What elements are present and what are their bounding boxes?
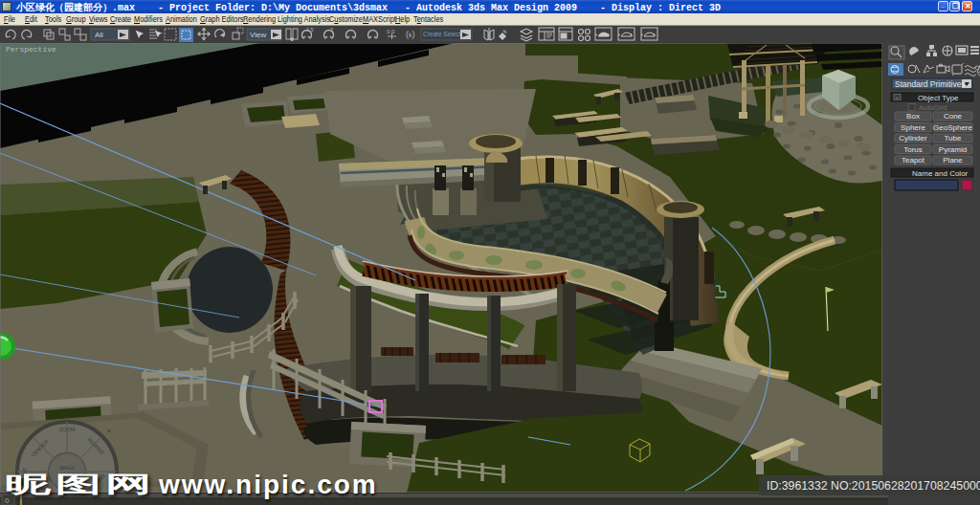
svg-text:Torus: Torus — [903, 145, 923, 154]
svg-text:Sphere: Sphere — [901, 123, 925, 132]
svg-text:Object Type: Object Type — [918, 94, 959, 102]
svg-text:AutoGrid: AutoGrid — [919, 103, 947, 112]
svg-text:3: 3 — [330, 27, 333, 33]
svg-text:Cylinder: Cylinder — [899, 134, 927, 143]
svg-text:Teapot: Teapot — [902, 156, 925, 165]
svg-text:Pyramid: Pyramid — [939, 145, 967, 154]
svg-text:Plane: Plane — [943, 156, 963, 165]
svg-text:Name and Color: Name and Color — [912, 169, 969, 178]
svg-text:Standard Primitives: Standard Primitives — [895, 79, 966, 89]
svg-text:0.0: 0.0 — [387, 29, 395, 34]
svg-text:2.5: 2.5 — [306, 27, 314, 33]
svg-text:GeoSphere: GeoSphere — [933, 123, 972, 132]
svg-text:Cone: Cone — [944, 112, 963, 121]
svg-text:All: All — [95, 31, 103, 39]
svg-text:ZOOM: ZOOM — [59, 427, 76, 432]
svg-text:Box: Box — [906, 112, 920, 121]
svg-text:View: View — [250, 31, 266, 39]
svg-text:Tube: Tube — [945, 134, 962, 143]
svg-text:(k): (k) — [406, 30, 415, 39]
svg-text:×: × — [107, 428, 111, 434]
